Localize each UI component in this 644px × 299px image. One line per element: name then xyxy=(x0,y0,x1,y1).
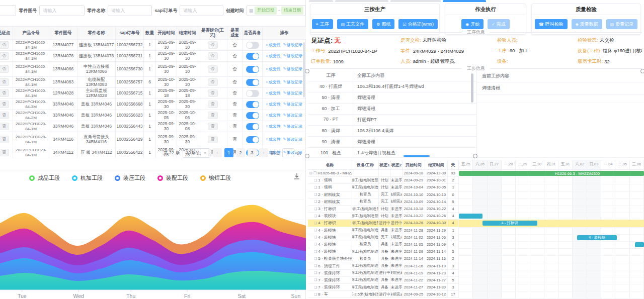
step-row[interactable]: 90 · 清理焊缝清理 xyxy=(308,137,476,148)
gantt-row[interactable]: ❏3 · 打标识标识工(核电制造部)计划未进序2024-10-182024-10… xyxy=(308,206,459,213)
gantt-row[interactable]: ❏7 · 装保持环铆焊工段(核电制造部)进行中按期完成2024-11-19202… xyxy=(308,270,459,277)
steps-horizontal-scrollbar[interactable] xyxy=(404,155,430,157)
button-质量数据[interactable]: ◈质量数据 xyxy=(572,19,602,29)
suite-link[interactable]: ⌂成套性 xyxy=(266,137,280,142)
step-row[interactable]: 40 · 打底焊106.3和106.4打底焊1-4号焊缝wd xyxy=(308,81,476,92)
gantt-row[interactable]: ❏4 · 装模块铆焊工段(核电制造部)具备未进序2024-11-282024-1… xyxy=(308,227,459,234)
timeline-header-underline xyxy=(459,160,644,170)
record-link[interactable]: ✎修改记录 xyxy=(283,43,303,47)
suite-link[interactable]: ⌂成套性 xyxy=(266,43,280,47)
legend-item-装配工段[interactable]: 装配工段 xyxy=(157,174,188,182)
step-row[interactable]: 100 · 检查1-4号焊缝目视检查 xyxy=(308,148,476,157)
legend-item-装压工段[interactable]: 装压工段 xyxy=(115,174,145,182)
gantt-row[interactable]: ❏4 · 装模块铆焊工段(核电制造部)具备未进序2024-11-092024-1… xyxy=(308,248,459,255)
next-page-button[interactable]: › xyxy=(259,148,268,157)
ready-toggle[interactable] xyxy=(246,79,259,86)
legend-item-机加工段[interactable]: 机加工段 xyxy=(72,174,103,182)
steps-vertical-scrollbar[interactable] xyxy=(471,73,473,103)
suite-link[interactable]: ⌂成套性 xyxy=(266,91,280,95)
suite-link[interactable]: ⌂成套性 xyxy=(266,67,280,71)
button-合格证(wms)[interactable]: ☑合格证(wms) xyxy=(398,19,438,29)
gantt-row[interactable]: ⊟❐H1026-66-3 - MHZZA63002024-09-182024-1… xyxy=(308,170,459,177)
tab-active[interactable] xyxy=(443,0,486,2)
step-row[interactable]: 80 · 满焊106.3和106.4满焊 xyxy=(308,126,476,137)
download-icon[interactable] xyxy=(293,173,300,182)
ready-toggle[interactable] xyxy=(246,66,259,73)
record-link[interactable]: ✎修改记录 xyxy=(283,137,303,142)
button-工艺文件[interactable]: ▤工艺文件 xyxy=(337,19,369,29)
button-开始[interactable]: ◉开始 xyxy=(461,19,484,29)
record-link[interactable]: ✎修改记录 xyxy=(283,54,303,58)
gantt-dev-cell: 立车-2.5米(核电制造部) xyxy=(352,291,379,297)
gantt-row[interactable]: ❏2 · 材料核实检查员完工拖期完成2024-10-102024-10-100 xyxy=(308,191,459,198)
suite-link[interactable]: ⌂成套性 xyxy=(266,80,280,84)
page-size-select[interactable]: 10条/页 ▼ xyxy=(183,148,210,158)
step-row[interactable]: 70 · PT打底焊PT xyxy=(308,115,476,126)
record-link[interactable]: ✎修改记录 xyxy=(283,67,303,71)
ready-toggle[interactable] xyxy=(246,53,259,60)
gantt-row[interactable]: ❏8 · 车立车-2.5米(核电制造部)进行中按期完成2024-09-25202… xyxy=(308,291,459,298)
gantt-bar[interactable] xyxy=(635,242,644,247)
resize-handle-bottom-mid[interactable] xyxy=(473,154,477,158)
partial-filter-input[interactable] xyxy=(0,5,16,16)
tab-3[interactable] xyxy=(390,0,441,2)
ready-toggle[interactable] xyxy=(246,136,259,143)
suite-link[interactable]: ⌂成套性 xyxy=(266,113,280,118)
gantt-bar[interactable] xyxy=(459,214,482,219)
gantt-row[interactable]: ❏7 · 装保持环铆焊工段(核电制造部)具备未进序2024-11-222024-… xyxy=(308,277,459,284)
gantt-row[interactable]: ❏4 · 打标识标识工(核电制造部)进行中进行中2024-10-262024-1… xyxy=(308,220,459,227)
gantt-row[interactable]: ❏4 · 装模块铆焊工段(核电制造部)完工按期完成2024-11-022024-… xyxy=(308,234,459,241)
gantt-bar[interactable]: 4 - 打标识 xyxy=(482,221,537,226)
step-row[interactable]: 60 · 加工焊缝清根 xyxy=(308,104,476,115)
button-工序[interactable]: ≡工序 xyxy=(312,19,333,29)
part-drawing-no-input[interactable]: 请输入 xyxy=(39,5,85,16)
tab-2[interactable] xyxy=(335,0,388,2)
button-图纸[interactable]: ⚙图纸 xyxy=(372,19,394,29)
suite-icon: ⌂ xyxy=(266,113,268,117)
page-button-3[interactable]: 3 xyxy=(248,148,257,157)
part-name-input[interactable]: 请输入 xyxy=(108,5,152,16)
gantt-row[interactable]: ❏4 · 装模块铆工(核电制造部)计划未进序2024-10-222024-10-… xyxy=(308,213,459,220)
record-link[interactable]: ✎修改记录 xyxy=(283,91,303,95)
resize-handle-top-right[interactable] xyxy=(640,69,644,73)
legend-item-铆焊工段[interactable]: 铆焊工段 xyxy=(200,174,231,182)
gantt-row[interactable]: ❏6 · 清理工件铆焊工段(核电制造部)具备未进序2024-11-162024-… xyxy=(308,262,459,269)
created-time-range-picker[interactable]: ▦ 开始日期 - 结束日期 xyxy=(247,5,306,16)
prev-page-button[interactable]: ‹ xyxy=(213,148,222,157)
resize-handle-top-left[interactable] xyxy=(305,69,309,73)
ready-toggle[interactable] xyxy=(246,123,259,130)
tab-1[interactable] xyxy=(309,0,333,2)
gantt-row[interactable]: ❏2 · 材料核实检查员完工拖期完成2024-10-092024-10-145 xyxy=(308,198,459,206)
end-cell: 2025-09-30 xyxy=(177,132,198,147)
gantt-bar[interactable]: H1026-66-3 - MHZZA6300 xyxy=(459,171,644,176)
gantt-row[interactable]: ❏1 · 领料铆工(核电制造部)计划未进序2024-09-292024-10-0… xyxy=(308,177,459,184)
suite-link[interactable]: ⌂成套性 xyxy=(266,102,280,107)
legend-item-成品工段[interactable]: 成品工段 xyxy=(29,174,60,182)
resize-handle-bottom-left[interactable] xyxy=(305,154,309,158)
sap-order-input[interactable]: 请输入 xyxy=(180,5,223,16)
gantt-row[interactable]: ❏1 · 领料铆焊工段(核电制造部)计划未进序2024-10-042024-10… xyxy=(308,184,459,191)
gantt-bar[interactable]: 4 - 装模块 xyxy=(577,235,617,240)
button-完成[interactable]: ✓完成 xyxy=(488,19,510,29)
ready-toggle[interactable] xyxy=(246,90,259,97)
goto-page-input[interactable]: 1 xyxy=(282,148,294,157)
record-link[interactable]: ✎修改记录 xyxy=(283,124,303,129)
info-field: 见证点:无 xyxy=(311,35,400,46)
record-link[interactable]: ✎修改记录 xyxy=(283,113,303,118)
record-link[interactable]: ✎修改记录 xyxy=(283,102,303,107)
button-质量记录[interactable]: ▤质量记录 xyxy=(606,19,638,29)
ready-toggle[interactable] xyxy=(246,101,259,108)
ready-toggle[interactable] xyxy=(246,42,259,49)
page-button-1[interactable]: 1 xyxy=(224,148,233,157)
record-link[interactable]: ✎修改记录 xyxy=(283,80,303,84)
collapse-icon[interactable]: ⊟ xyxy=(309,171,312,175)
step-row[interactable]: 50 · 清理焊缝清理 xyxy=(308,92,476,104)
suite-link[interactable]: ⌂成套性 xyxy=(266,54,280,58)
gantt-row[interactable]: ❏4 · 装模块检查员具备未进序2024-11-052024-11-094 xyxy=(308,241,459,248)
gantt-row[interactable]: ❏7 · 装保持环铆焊工段(核电制造部)具备未进序2024-11-272024-… xyxy=(308,284,459,291)
suite-link[interactable]: ⌂成套性 xyxy=(266,124,280,129)
ready-toggle[interactable] xyxy=(246,112,259,119)
gantt-row[interactable]: ❏5 · 检查筋全块外径检查员具备未进序2024-11-142024-11-16… xyxy=(308,255,459,262)
page-button-2[interactable]: 2 xyxy=(236,148,245,157)
button-呼叫检验[interactable]: ☎呼叫检验 xyxy=(535,19,568,29)
